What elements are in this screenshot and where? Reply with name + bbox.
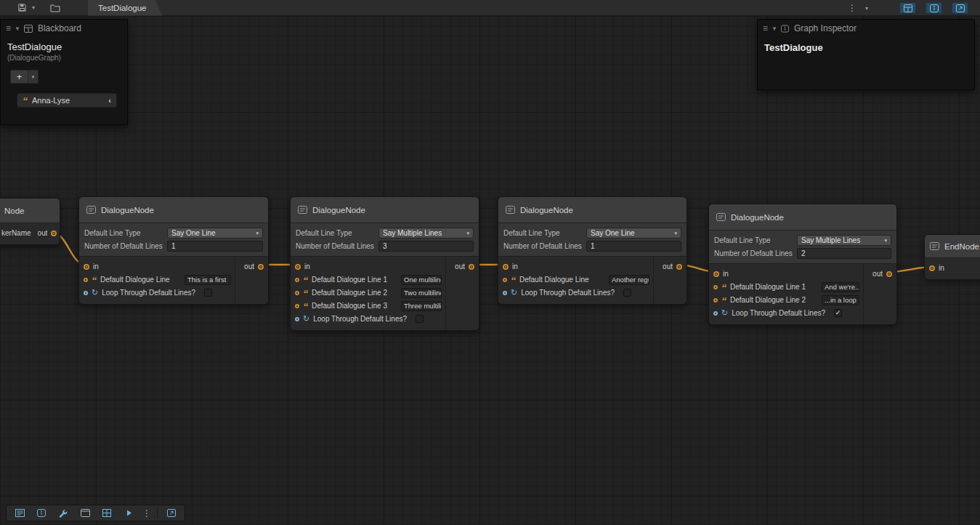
blackboard-panel[interactable]: ≡ ▼ Blackboard TestDialogue (DialogueGra… [0, 19, 128, 125]
loop-label: Loop Through Default Lines? [102, 289, 195, 297]
tab-testdialogue[interactable]: TestDialogue [88, 0, 162, 16]
num-lines-field[interactable]: 1 [167, 241, 263, 252]
dialogue-line-port[interactable] [503, 278, 507, 282]
blackboard-field-anna-lyse[interactable]: “ Anna-Lyse ‹ [17, 93, 117, 108]
dialogue-node-1[interactable]: DialogueNode Default Line Type Say One L… [78, 196, 269, 305]
loop-checkbox[interactable] [204, 289, 212, 297]
dialogue-line-3-port[interactable] [295, 304, 299, 308]
num-lines-field[interactable]: 3 [378, 241, 474, 252]
toolbar-more-button[interactable]: ⋮ [845, 1, 859, 15]
toggle-inspector-button[interactable] [926, 2, 942, 14]
hamburger-icon[interactable]: ≡ [763, 25, 768, 32]
node-title-label: DialogueNode [520, 206, 573, 215]
loop-checkbox[interactable] [623, 289, 631, 297]
dialogue-line-1-input[interactable]: One multiline [401, 275, 442, 285]
save-button[interactable] [15, 1, 30, 15]
num-lines-field[interactable]: 2 [797, 248, 891, 259]
speaker-node[interactable]: Node kerName out [0, 198, 60, 245]
toggle-preview-button[interactable] [952, 2, 968, 14]
inspector-toggle-button[interactable] [31, 506, 52, 520]
dialogue-line-2-input[interactable]: Two multiline [401, 288, 442, 298]
blackboard-header[interactable]: ≡ ▼ Blackboard [1, 20, 127, 37]
dialogue-line-2-port[interactable] [713, 298, 718, 302]
loop-port[interactable] [295, 317, 299, 321]
dialogue-node-2[interactable]: DialogueNode Default Line Type Say Multi… [290, 196, 479, 331]
add-variable-button[interactable]: + [10, 70, 28, 84]
check-icon: ✓ [835, 310, 841, 316]
dialogue-line-1-input[interactable]: And we're... [822, 282, 859, 292]
dialogue-node-3[interactable]: DialogueNode Default Line Type Say One L… [498, 196, 687, 305]
node-title-bar[interactable]: DialogueNode [291, 197, 479, 223]
line-type-dropdown[interactable]: Say Multiple Lines ▾ [797, 235, 891, 246]
grid-panel-button[interactable] [97, 506, 117, 520]
in-port[interactable] [929, 265, 935, 271]
toggle-blackboard-button[interactable] [899, 2, 916, 14]
string-type-icon: “ [23, 98, 28, 104]
open-external-button[interactable] [161, 506, 182, 520]
node-title-bar[interactable]: DialogueNode [79, 197, 268, 223]
out-port[interactable] [469, 264, 474, 270]
node-title-bar[interactable]: Node [0, 199, 60, 223]
toolbar-options-dropdown[interactable]: ▾ [863, 1, 870, 15]
blackboard-toggle-button[interactable] [9, 506, 30, 520]
open-asset-button[interactable] [47, 1, 63, 15]
dialogue-line-3-input[interactable]: Three multili [401, 301, 442, 311]
line-type-dropdown[interactable]: Say One Line ▾ [167, 228, 263, 239]
chevron-collapse-icon[interactable]: ‹ [108, 96, 111, 105]
line-type-dropdown[interactable]: Say One Line ▾ [586, 228, 681, 239]
num-lines-field[interactable]: 1 [586, 241, 681, 252]
node-title-bar[interactable]: EndNode [925, 235, 980, 258]
preview-play-button[interactable] [118, 506, 139, 520]
end-node[interactable]: EndNode in [924, 234, 980, 280]
out-port[interactable] [886, 271, 892, 277]
settings-button[interactable] [53, 506, 73, 520]
dialogue-line-port[interactable] [84, 278, 88, 282]
node-title-label: DialogueNode [731, 213, 784, 222]
loop-checkbox-checked[interactable]: ✓ [834, 309, 842, 317]
plus-icon: + [17, 71, 23, 82]
out-port[interactable] [258, 264, 264, 270]
dialogue-node-icon [86, 206, 96, 214]
out-port[interactable] [51, 231, 57, 236]
dialogue-line-input[interactable]: Another regu [609, 275, 649, 285]
in-port[interactable] [84, 264, 89, 270]
line-type-label: Default Line Type [296, 229, 378, 237]
save-icon [17, 3, 27, 12]
loop-port[interactable] [503, 291, 507, 295]
collapse-caret-icon[interactable]: ▼ [15, 25, 20, 32]
dialogue-line-1-port[interactable] [713, 285, 718, 289]
graph-inspector-panel[interactable]: ≡ ▼ Graph Inspector TestDialogue [757, 19, 975, 90]
window-layout-button[interactable] [75, 506, 95, 520]
string-type-icon: “ [303, 278, 308, 284]
line-type-dropdown[interactable]: Say Multiple Lines ▾ [378, 228, 474, 239]
dialogue-line-input[interactable]: This is a first [185, 275, 231, 285]
bottom-more-button[interactable]: ⋮ [140, 506, 153, 520]
node-title-bar[interactable]: DialogueNode [709, 204, 896, 231]
loop-checkbox[interactable] [416, 315, 424, 323]
caret-down-icon: ▾ [32, 4, 35, 11]
out-port-label: out [38, 229, 48, 237]
loop-icon: ↻ [92, 289, 98, 296]
loop-port[interactable] [713, 311, 718, 316]
save-dropdown-button[interactable]: ▾ [30, 1, 37, 15]
kebab-icon: ⋮ [848, 3, 857, 13]
in-port[interactable] [713, 271, 719, 277]
collapse-caret-icon[interactable]: ▼ [772, 25, 777, 32]
caret-down-icon: ▾ [674, 231, 677, 236]
dialogue-node-icon [298, 206, 307, 214]
in-port[interactable] [295, 264, 301, 270]
window-icon [81, 509, 90, 517]
line-type-value: Say One Line [171, 229, 216, 237]
out-port[interactable] [676, 264, 682, 270]
in-port-label: in [93, 262, 99, 270]
add-variable-dropdown[interactable]: ▾ [28, 70, 39, 84]
node-title-bar[interactable]: DialogueNode [498, 197, 687, 223]
dialogue-line-2-input[interactable]: ...in a loop [822, 295, 859, 305]
dialogue-node-4[interactable]: DialogueNode Default Line Type Say Multi… [708, 204, 897, 325]
in-port[interactable] [503, 264, 509, 270]
hamburger-icon[interactable]: ≡ [6, 25, 11, 32]
loop-port[interactable] [84, 291, 88, 295]
dialogue-line-2-port[interactable] [295, 291, 299, 295]
dialogue-line-1-port[interactable] [295, 278, 299, 282]
graph-inspector-header[interactable]: ≡ ▼ Graph Inspector [758, 20, 974, 37]
